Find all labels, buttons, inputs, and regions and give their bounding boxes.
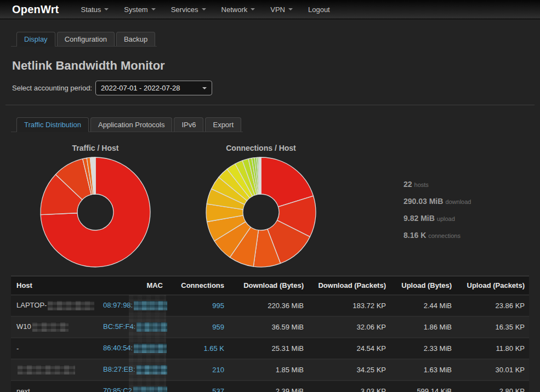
main-menu: StatusSystemServicesNetworkVPNLogout — [73, 1, 337, 19]
redacted-host — [18, 365, 75, 374]
connections-link[interactable]: 959 — [212, 323, 224, 331]
openwrt-logo: OpenWrt — [0, 3, 73, 16]
connections-per-host-chart: Connections / Host — [201, 144, 321, 271]
pie-slice — [95, 157, 95, 194]
traffic-donut-chart — [38, 155, 153, 270]
stat-unit: hosts — [414, 181, 429, 188]
host-name: LAPTOP- — [16, 301, 47, 309]
mac-link[interactable]: 86:40:54: — [103, 344, 133, 352]
tab-configuration[interactable]: Configuration — [57, 32, 115, 46]
connections-link[interactable]: 995 — [212, 302, 224, 310]
mac-link[interactable]: B8:27:EB: — [103, 365, 135, 373]
summary-stats: 22hosts290.03 MiBdownload9.82 MiBupload8… — [403, 180, 471, 271]
chevron-down-icon — [104, 8, 109, 10]
col-header-mac[interactable]: MAC — [99, 276, 167, 295]
nav-item-network[interactable]: Network — [214, 1, 263, 19]
nav-item-label: Services — [171, 5, 198, 14]
subtab-ipv6[interactable]: IPv6 — [174, 117, 203, 132]
subtab-export[interactable]: Export — [205, 117, 241, 132]
connections-cell: 1.65 K — [167, 338, 229, 359]
download-bytes-cell: 25.31 MiB — [229, 338, 308, 359]
download-bytes-cell: 1.85 MiB — [229, 359, 308, 380]
host-cell: W10 — [11, 316, 99, 338]
chart-title: Traffic / Host — [35, 144, 156, 152]
nav-item-system[interactable]: System — [116, 1, 163, 19]
hosts-table-wrap: HostMACConnectionsDownload (Bytes)Downlo… — [11, 276, 529, 392]
upload-packets-cell: 23.86 KP — [456, 295, 529, 316]
subtab-traffic-distribution[interactable]: Traffic Distribution — [16, 117, 89, 132]
col-header-host[interactable]: Host — [11, 276, 99, 295]
nav-item-label: Logout — [308, 5, 330, 14]
upload-packets-cell: 11.80 KP — [456, 338, 529, 359]
connections-donut-chart — [203, 155, 319, 270]
stat-unit: connections — [428, 232, 461, 239]
main-tabbar: DisplayConfigurationBackup — [11, 32, 157, 47]
stat-unit: upload — [437, 215, 455, 222]
connections-cell: 537 — [167, 380, 229, 392]
mac-link[interactable]: 08:97:98: — [103, 301, 133, 309]
download-packets-cell: 32.06 KP — [308, 316, 390, 338]
nav-item-label: VPN — [270, 5, 285, 14]
table-row: B8:27:EB:2101.85 MiB34.25 KP1.63 MiB30.0… — [11, 359, 529, 380]
nav-item-status[interactable]: Status — [73, 1, 116, 19]
mac-cell: B8:27:EB: — [99, 359, 167, 380]
mac-cell: 08:97:98: — [99, 295, 167, 316]
connections-cell: 210 — [167, 359, 229, 380]
nav-item-services[interactable]: Services — [163, 1, 214, 19]
connections-cell: 995 — [167, 295, 229, 316]
nav-item-label: Status — [81, 5, 101, 14]
download-packets-cell: 34.25 KP — [308, 359, 390, 380]
chevron-down-icon — [202, 87, 207, 89]
connections-cell: 959 — [167, 316, 229, 338]
sub-tabbar: Traffic DistributionApplication Protocol… — [11, 117, 243, 132]
host-name: - — [16, 344, 19, 353]
upload-bytes-cell: 1.86 MiB — [390, 316, 456, 338]
redacted-mac — [133, 387, 167, 392]
mac-link[interactable]: BC:5F:F4: — [103, 322, 135, 331]
pie-slice — [260, 157, 261, 194]
stat-hosts: 22hosts — [403, 180, 471, 189]
tab-display[interactable]: Display — [16, 32, 55, 47]
upload-bytes-cell: 2.33 MiB — [390, 338, 456, 359]
redacted-host — [48, 301, 94, 310]
divider — [5, 105, 535, 105]
host-cell: - — [11, 338, 99, 359]
nav-item-logout[interactable]: Logout — [300, 1, 338, 19]
download-packets-cell: 3.03 KP — [308, 380, 390, 392]
mac-cell: 86:40:54: — [99, 338, 167, 359]
chart-title: Connections / Host — [201, 144, 321, 152]
upload-bytes-cell: 2.44 MiB — [390, 295, 456, 316]
connections-link[interactable]: 537 — [212, 387, 224, 392]
chevron-down-icon — [151, 8, 156, 10]
upload-packets-cell: 16.35 KP — [456, 316, 529, 338]
chevron-down-icon — [202, 8, 206, 10]
col-header-upload-bytes-[interactable]: Upload (Bytes) — [390, 276, 456, 295]
nav-item-vpn[interactable]: VPN — [263, 1, 300, 19]
col-header-download-packets-[interactable]: Download (Packets) — [308, 276, 390, 295]
tab-backup[interactable]: Backup — [116, 32, 155, 46]
accounting-period-select[interactable]: 2022-07-01 - 2022-07-28 — [95, 81, 212, 95]
host-cell: LAPTOP- — [11, 295, 99, 316]
connections-link[interactable]: 210 — [212, 366, 224, 374]
subtab-application-protocols[interactable]: Application Protocols — [90, 117, 172, 132]
redacted-host — [32, 322, 69, 332]
table-row: LAPTOP-08:97:98:995220.36 MiB183.72 KP2.… — [11, 295, 529, 316]
download-packets-cell: 24.54 KP — [308, 338, 390, 359]
redacted-mac — [137, 365, 167, 374]
redacted-mac — [137, 322, 167, 332]
stat-unit: download — [445, 198, 471, 205]
col-header-download-bytes-[interactable]: Download (Bytes) — [229, 276, 308, 295]
stat-upload: 9.82 MiBupload — [403, 214, 471, 223]
host-name: next — [16, 387, 30, 392]
hosts-table: HostMACConnectionsDownload (Bytes)Downlo… — [11, 276, 529, 392]
charts-row: Traffic / Host Connections / Host 22host… — [11, 144, 529, 271]
upload-packets-cell: 30.01 KP — [456, 359, 529, 380]
mac-link[interactable]: 70:85:C2 — [103, 387, 132, 392]
col-header-upload-packets-[interactable]: Upload (Packets) — [456, 276, 529, 295]
nav-item-label: System — [124, 5, 147, 14]
col-header-connections[interactable]: Connections — [167, 276, 229, 295]
connections-link[interactable]: 1.65 K — [203, 344, 224, 353]
host-cell: next — [11, 380, 99, 392]
download-bytes-cell: 36.59 MiB — [229, 316, 308, 338]
redacted-mac — [134, 344, 167, 353]
